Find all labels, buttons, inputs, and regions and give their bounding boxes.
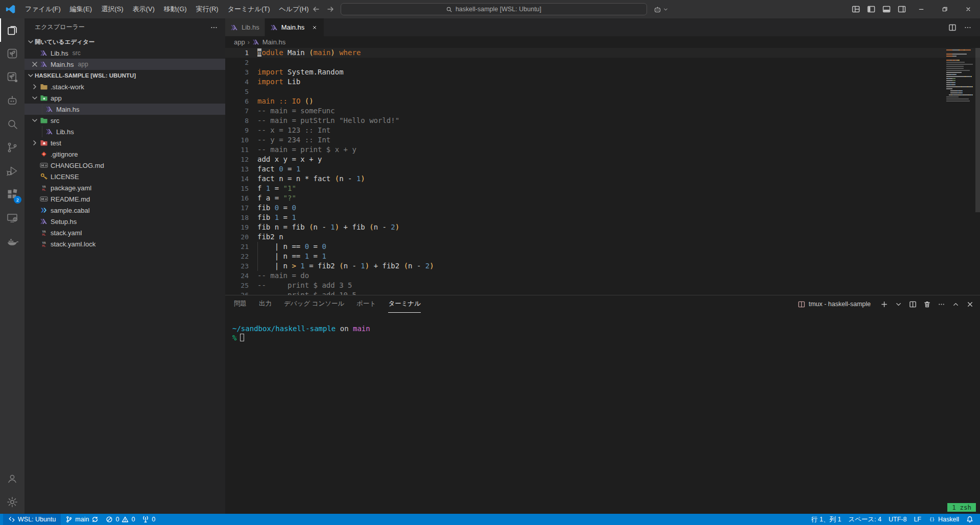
- tree-file-README.md[interactable]: README.md: [25, 193, 225, 205]
- tab-main-hs[interactable]: Main.hs: [265, 18, 325, 36]
- panel-tab-item[interactable]: ポート: [356, 295, 376, 313]
- menu-item-f[interactable]: ファイル(F): [20, 3, 65, 16]
- split-terminal-button[interactable]: [909, 301, 917, 308]
- haskell-file-icon: [45, 128, 54, 136]
- toggle-secondary-sidebar-button[interactable]: [894, 3, 910, 16]
- status-indentation[interactable]: スペース: 4: [845, 514, 885, 525]
- open-editor-item[interactable]: Main.hsapp: [25, 59, 225, 70]
- gitfile-file-icon: [40, 150, 48, 158]
- activity-item-extension-plugin-2[interactable]: [0, 65, 25, 89]
- open-editor-item[interactable]: Lib.hssrc: [25, 47, 225, 59]
- status-notifications-bell[interactable]: [963, 514, 977, 525]
- nav-back-icon[interactable]: [312, 5, 320, 13]
- tree-file-Main.hs[interactable]: Main.hs: [25, 104, 225, 115]
- terminal-profile-dropdown[interactable]: [895, 301, 902, 308]
- panel-tab-item[interactable]: 出力: [259, 295, 272, 313]
- status-language-mode[interactable]: {}Haskell: [925, 514, 963, 525]
- terminal-instance-label[interactable]: tmux - haskell-sample: [798, 301, 871, 308]
- svg-text:{}: {}: [929, 517, 935, 522]
- status-remote-indicator[interactable]: WSL: Ubuntu: [3, 514, 61, 525]
- terminal-cursor: [240, 334, 244, 341]
- explorer-more-actions-icon[interactable]: [210, 23, 218, 32]
- terminal-output[interactable]: ~/sandbox/haskell-sample on main%: [225, 313, 980, 342]
- tab-lib-hs[interactable]: Lib.hs: [225, 18, 265, 36]
- menu-item-h[interactable]: ヘルプ(H): [275, 3, 314, 16]
- activity-item-manage-settings[interactable]: [0, 490, 25, 514]
- tree-file-sample.cabal[interactable]: sample.cabal: [25, 205, 225, 216]
- status-encoding[interactable]: UTF-8: [885, 514, 910, 525]
- line-text: -- main = someFunc: [257, 106, 335, 116]
- split-editor-icon[interactable]: [948, 23, 957, 32]
- status-problems[interactable]: 00: [102, 514, 138, 525]
- status-git-branch[interactable]: main: [62, 514, 102, 525]
- activity-item-docker[interactable]: [0, 230, 25, 253]
- tree-file-Setup.hs[interactable]: Setup.hs: [25, 216, 225, 227]
- tree-file-LICENSE[interactable]: LICENSE: [25, 171, 225, 182]
- activity-item-run-and-debug[interactable]: [0, 159, 25, 183]
- editor-scrollbar[interactable]: [975, 48, 980, 212]
- folder-icon: [40, 139, 48, 147]
- workspace-root-header[interactable]: HASKELL-SAMPLE [WSL: UBUNTU]: [25, 70, 225, 81]
- status-eol-sequence[interactable]: LF: [910, 514, 925, 525]
- breadcrumb-item[interactable]: app: [234, 38, 245, 46]
- status-ports-forwarded[interactable]: 0: [138, 514, 159, 525]
- status-text: 行 1、列 1: [811, 515, 841, 524]
- toggle-primary-sidebar-button[interactable]: [864, 3, 879, 16]
- menu-item-s[interactable]: 選択(S): [97, 3, 128, 16]
- kill-terminal-button[interactable]: [923, 301, 931, 308]
- close-window-button[interactable]: [957, 0, 980, 18]
- tree-file-package.yaml[interactable]: YAMLpackage.yaml: [25, 182, 225, 193]
- command-center-search[interactable]: haskell-sample [WSL: Ubuntu]: [341, 3, 647, 15]
- panel-tab-item[interactable]: 問題: [234, 295, 247, 313]
- new-terminal-button[interactable]: [880, 301, 888, 308]
- file-name: README.md: [51, 195, 90, 203]
- activity-item-search[interactable]: [0, 112, 25, 136]
- activity-item-extensions[interactable]: 2: [0, 183, 25, 206]
- tree-file-stack.yaml.lock[interactable]: YAMLstack.yaml.lock: [25, 238, 225, 249]
- restore-button[interactable]: [933, 0, 957, 18]
- copilot-button[interactable]: [653, 5, 668, 14]
- vscode-logo-icon: [5, 4, 16, 15]
- tree-folder-.stack-work[interactable]: .stack-work: [25, 81, 225, 92]
- tree-folder-test[interactable]: test: [25, 137, 225, 148]
- tree-folder-src[interactable]: src: [25, 115, 225, 126]
- menu-item-e[interactable]: 編集(E): [65, 3, 97, 16]
- close-panel-button[interactable]: [966, 301, 974, 308]
- toggle-panel-button[interactable]: [879, 3, 894, 16]
- code-editor[interactable]: 1module Main (main) where23import System…: [225, 48, 980, 295]
- activity-item-source-control[interactable]: [0, 136, 25, 159]
- open-editors-header[interactable]: 開いているエディター: [25, 36, 225, 47]
- menu-item-t[interactable]: ターミナル(T): [223, 3, 275, 16]
- minimize-button[interactable]: [910, 0, 933, 18]
- panel-tabs: 問題出力デバッグ コンソールポートターミナル: [234, 295, 421, 313]
- status-cursor-position[interactable]: 行 1、列 1: [808, 514, 845, 525]
- activity-item-accounts[interactable]: [0, 467, 25, 490]
- panel-tab-item[interactable]: デバッグ コンソール: [284, 295, 344, 313]
- maximize-panel-button[interactable]: [952, 301, 960, 308]
- editor-more-actions-icon[interactable]: [964, 23, 972, 32]
- status-bar-right: 行 1、列 1スペース: 4UTF-8LF{}Haskell: [808, 514, 977, 525]
- customize-layout-button[interactable]: [848, 3, 864, 16]
- tree-file-.gitignore[interactable]: .gitignore: [25, 148, 225, 160]
- tree-folder-app[interactable]: app: [25, 92, 225, 104]
- close-tab-icon[interactable]: [310, 23, 319, 32]
- activity-item-extension-plugin-1[interactable]: [0, 42, 25, 65]
- tree-file-CHANGELOG.md[interactable]: CHANGELOG.md: [25, 160, 225, 171]
- activity-item-chat[interactable]: [0, 89, 25, 112]
- breadcrumb[interactable]: app›Main.hs: [225, 36, 980, 48]
- minimap[interactable]: [946, 49, 973, 103]
- panel-tab-terminal[interactable]: ターミナル: [388, 295, 421, 313]
- tree-file-Lib.hs[interactable]: Lib.hs: [25, 126, 225, 137]
- nav-forward-icon[interactable]: [326, 5, 334, 13]
- menu-item-g[interactable]: 移動(G): [159, 3, 192, 16]
- breadcrumb-item[interactable]: Main.hs: [262, 38, 286, 46]
- tree-file-stack.yaml[interactable]: YAMLstack.yaml: [25, 227, 225, 238]
- activity-item-remote-explorer[interactable]: [0, 206, 25, 230]
- activity-item-explorer[interactable]: [0, 18, 25, 42]
- more-actions-button[interactable]: [938, 301, 945, 308]
- menu-item-v[interactable]: 表示(V): [128, 3, 159, 16]
- close-editor-icon[interactable]: [31, 60, 39, 68]
- folder-icon: [40, 94, 48, 102]
- code-line: 10-- y = 234 :: Int: [225, 135, 980, 145]
- menu-item-r[interactable]: 実行(R): [192, 3, 223, 16]
